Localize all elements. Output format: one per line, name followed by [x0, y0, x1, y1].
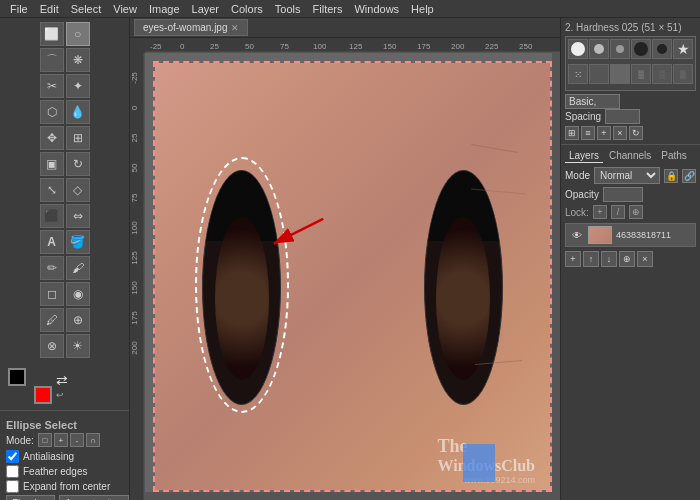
layer-duplicate-btn[interactable]: ⊕: [619, 251, 635, 267]
tool-rect-select[interactable]: ⬜: [40, 22, 64, 46]
menu-tools[interactable]: Tools: [269, 3, 307, 15]
tool-bucket-fill[interactable]: 🪣: [66, 230, 90, 254]
svg-text:75: 75: [280, 42, 289, 51]
brush-thumb-5[interactable]: [652, 39, 672, 59]
menu-image[interactable]: Image: [143, 3, 186, 15]
menu-file[interactable]: File: [4, 3, 34, 15]
tab-layers[interactable]: Layers: [565, 149, 603, 163]
brush-thumb-1[interactable]: [568, 39, 588, 59]
brush-thumb-texture5[interactable]: ▓: [673, 64, 693, 84]
menu-help[interactable]: Help: [405, 3, 440, 15]
fixed-select[interactable]: Fixed: [6, 495, 55, 500]
tab-paths[interactable]: Paths: [657, 149, 691, 163]
main-layout: ⬜ ○ ⌒ ❋ ✂ ✦ ⬡ 💧 ✥ ⊞ ▣ ↻ ⤡ ◇ ⬛ ⇔ A 🪣 ✏ 🖌 …: [0, 18, 700, 500]
antialiasing-checkbox[interactable]: [6, 450, 19, 463]
tool-paths[interactable]: ⬡: [40, 100, 64, 124]
layer-link-btn[interactable]: 🔗: [682, 169, 696, 183]
brush-new-btn[interactable]: +: [597, 126, 611, 140]
horizontal-scrollbar[interactable]: [145, 492, 552, 500]
layer-lock-alpha-btn[interactable]: 🔒: [664, 169, 678, 183]
tool-perspective[interactable]: ⬛: [40, 204, 64, 228]
tool-heal[interactable]: ⊗: [40, 334, 64, 358]
foreground-color-swatch[interactable]: [8, 368, 26, 386]
mode-intersect-btn[interactable]: ∩: [86, 433, 100, 447]
tool-ellipse-select[interactable]: ○: [66, 22, 90, 46]
reset-colors-icon[interactable]: ↩: [56, 390, 68, 400]
layer-item-main[interactable]: 👁 46383818711: [565, 223, 696, 247]
tool-eyedropper[interactable]: 💧: [66, 100, 90, 124]
menu-layer[interactable]: Layer: [186, 3, 226, 15]
brush-grid-btn[interactable]: ⊞: [565, 126, 579, 140]
mode-replace-btn[interactable]: □: [38, 433, 52, 447]
opacity-input[interactable]: 100.0: [603, 187, 643, 202]
svg-text:-25: -25: [150, 42, 162, 51]
tool-free-select[interactable]: ⌒: [40, 48, 64, 72]
menu-filters[interactable]: Filters: [307, 3, 349, 15]
brush-delete-btn[interactable]: ×: [613, 126, 627, 140]
brush-thumb-4[interactable]: [631, 39, 651, 59]
swap-colors-icon[interactable]: ⇄: [56, 372, 68, 388]
tab-channels[interactable]: Channels: [605, 149, 655, 163]
tool-align[interactable]: ⊞: [66, 126, 90, 150]
lock-pixels-btn[interactable]: +: [593, 205, 607, 219]
tool-text[interactable]: A: [40, 230, 64, 254]
menu-edit[interactable]: Edit: [34, 3, 65, 15]
layer-name: 46383818711: [616, 230, 671, 240]
layer-raise-btn[interactable]: ↑: [583, 251, 599, 267]
layer-delete-btn[interactable]: ×: [637, 251, 653, 267]
brush-type-input[interactable]: [565, 94, 620, 109]
brush-thumb-texture1[interactable]: [589, 64, 609, 84]
canvas-tab-main[interactable]: eyes-of-woman.jpg ✕: [134, 19, 248, 36]
layer-visibility-toggle[interactable]: 👁: [570, 228, 584, 242]
lock-position-btn[interactable]: /: [611, 205, 625, 219]
tool-dodge-burn[interactable]: ☀: [66, 334, 90, 358]
feather-edges-checkbox[interactable]: [6, 465, 19, 478]
vertical-scrollbar[interactable]: [552, 53, 560, 500]
brush-thumb-dot-pattern[interactable]: ⁙: [568, 64, 588, 84]
canvas-wrapper[interactable]: The WindowsClub www.999214.com: [145, 53, 560, 500]
background-color-swatch[interactable]: [34, 386, 52, 404]
brush-thumb-texture3[interactable]: ▒: [631, 64, 651, 84]
menu-select[interactable]: Select: [65, 3, 108, 15]
brush-thumb-2[interactable]: [589, 39, 609, 59]
aspect-ratio-select[interactable]: Aspect ratio: [59, 495, 129, 500]
brush-list-btn[interactable]: ≡: [581, 126, 595, 140]
tool-pencil[interactable]: ✏: [40, 256, 64, 280]
tool-foreground-select[interactable]: ✦: [66, 74, 90, 98]
brush-thumb-3[interactable]: [610, 39, 630, 59]
svg-text:250: 250: [519, 42, 533, 51]
menu-bar: File Edit Select View Image Layer Colors…: [0, 0, 700, 18]
expand-from-center-checkbox[interactable]: [6, 480, 19, 493]
tool-move[interactable]: ✥: [40, 126, 64, 150]
brush-refresh-btn[interactable]: ↻: [629, 126, 643, 140]
menu-windows[interactable]: Windows: [348, 3, 405, 15]
tool-fuzzy-select[interactable]: ❋: [66, 48, 90, 72]
tool-clone[interactable]: ⊕: [66, 308, 90, 332]
tool-eraser[interactable]: ◻: [40, 282, 64, 306]
mode-add-btn[interactable]: +: [54, 433, 68, 447]
lock-all-btn[interactable]: ⊕: [629, 205, 643, 219]
tool-ink[interactable]: 🖊: [40, 308, 64, 332]
brush-thumb-texture2[interactable]: [610, 64, 630, 84]
tool-flip[interactable]: ⇔: [66, 204, 90, 228]
mode-subtract-btn[interactable]: -: [70, 433, 84, 447]
svg-text:25: 25: [210, 42, 219, 51]
layer-mode-select[interactable]: Normal: [594, 167, 660, 184]
tool-paintbrush[interactable]: 🖌: [66, 256, 90, 280]
spacing-input[interactable]: 5.0: [605, 109, 640, 124]
tool-scissors[interactable]: ✂: [40, 74, 64, 98]
canvas-tab-close[interactable]: ✕: [231, 23, 239, 33]
layer-new-btn[interactable]: +: [565, 251, 581, 267]
layer-lower-btn[interactable]: ↓: [601, 251, 617, 267]
tool-rotate[interactable]: ↻: [66, 152, 90, 176]
menu-view[interactable]: View: [107, 3, 143, 15]
tool-airbrush[interactable]: ◉: [66, 282, 90, 306]
svg-text:125: 125: [349, 42, 363, 51]
right-eye: [424, 170, 503, 405]
menu-colors[interactable]: Colors: [225, 3, 269, 15]
tool-scale[interactable]: ⤡: [40, 178, 64, 202]
tool-crop[interactable]: ▣: [40, 152, 64, 176]
brush-thumb-texture4[interactable]: ░: [652, 64, 672, 84]
tool-shear[interactable]: ◇: [66, 178, 90, 202]
brush-thumb-star[interactable]: ★: [673, 39, 693, 59]
